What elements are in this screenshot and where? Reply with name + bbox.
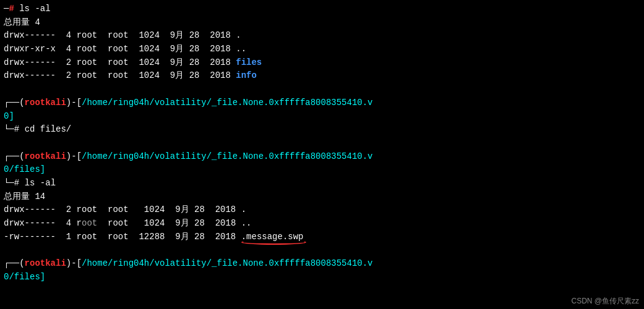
blank-1 xyxy=(4,83,640,96)
dir-line-2: drwxr-xr-x 4 root root 1024 9月 28 2018 .… xyxy=(4,43,640,56)
dir-line-info: drwx------ 2 root root 1024 9月 28 2018 i… xyxy=(4,69,640,83)
cmd-line-ls: └─# ls -al xyxy=(4,177,640,190)
line-total-1: 总用量 4 xyxy=(4,16,640,30)
prompt-line-3: ┌──(rootkali)-[/home/ring04h/volatility/… xyxy=(4,257,640,271)
dir-line-1: drwx------ 4 root root 1024 9月 28 2018 . xyxy=(4,29,640,43)
prompt-line-1: ┌──(rootkali)-[/home/ring04h/volatility/… xyxy=(4,96,640,110)
blank-3 xyxy=(4,243,640,257)
prompt-line-3-cont: 0/files] xyxy=(4,271,640,284)
blank-2 xyxy=(4,137,640,150)
line-ls-top: ─# ls -al xyxy=(4,2,640,16)
prompt-line-2-cont: 0/files] xyxy=(4,163,640,177)
file-line-swp: -rw------- 1 root root 12288 9月 28 2018 … xyxy=(4,231,640,244)
dir-line-files: drwx------ 2 root root 1024 9月 28 2018 f… xyxy=(4,56,640,70)
total-2: 总用量 14 xyxy=(4,190,640,204)
dir-line-4: drwx------ 4 root root 1024 9月 28 2018 .… xyxy=(4,217,640,231)
dir-line-3: drwx------ 2 root root 1024 9月 28 2018 . xyxy=(4,203,640,217)
terminal: ─# ls -al 总用量 4 drwx------ 4 root root 1… xyxy=(0,0,644,309)
prompt-line-1-cont: 0] xyxy=(4,110,640,124)
watermark: CSDN @鱼传尺素zz xyxy=(571,296,639,307)
prompt-line-2: ┌──(rootkali)-[/home/ring04h/volatility/… xyxy=(4,150,640,164)
cmd-line-cd: └─# cd files/ xyxy=(4,123,640,137)
